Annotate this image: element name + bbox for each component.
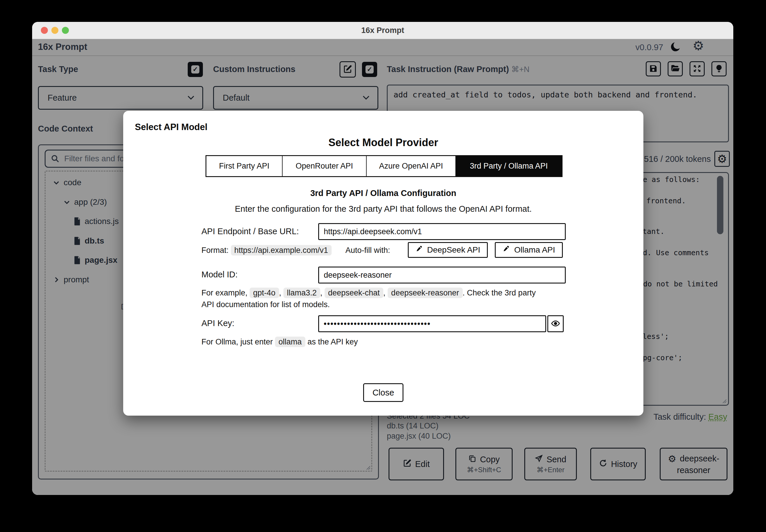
- eye-icon: [551, 319, 560, 329]
- reveal-api-key-button[interactable]: [547, 315, 564, 332]
- format-hint: Format: https://api.example.com/v1 Auto-…: [202, 244, 390, 256]
- autofill-deepseek-label: DeepSeek API: [427, 245, 480, 255]
- pen-icon: [415, 245, 423, 255]
- api-key-label: API Key:: [202, 319, 235, 328]
- api-key-value: ••••••••••••••••••••••••••••••••: [324, 319, 431, 328]
- hint-text: For example,: [202, 288, 250, 297]
- config-section-title: 3rd Party API / Ollama Configuration: [123, 188, 643, 198]
- ollama-api-key-hint: For Ollma, just enter ollama as the API …: [202, 336, 537, 348]
- dialog-title: Select API Model: [135, 122, 208, 132]
- model-id-value: deepseek-reasoner: [324, 271, 392, 280]
- code-chip: llama3.2: [284, 288, 320, 298]
- tab-3rd-party-ollama-api[interactable]: 3rd Party / Ollama API: [456, 156, 562, 176]
- autofill-deepseek-button[interactable]: DeepSeek API: [408, 242, 488, 258]
- code-chip: gpt-4o: [250, 288, 279, 298]
- tab-first-party-api[interactable]: First Party API: [207, 156, 283, 176]
- select-api-model-dialog: Select API Model Select Model Provider F…: [123, 111, 643, 416]
- model-examples-text: For example, gpt-4o, llama3.2, deepseek-…: [202, 287, 537, 310]
- tab-openrouter-api[interactable]: OpenRouter API: [283, 156, 367, 176]
- provider-heading: Select Model Provider: [123, 137, 643, 149]
- titlebar: 16x Prompt: [32, 22, 733, 39]
- endpoint-value: https://api.deepseek.com/v1: [324, 227, 422, 236]
- code-chip: ollama: [275, 337, 305, 347]
- model-id-label: Model ID:: [202, 270, 238, 279]
- endpoint-label: API Endpoint / Base URL:: [202, 227, 299, 236]
- pen-icon: [502, 245, 510, 255]
- code-chip: deepseek-chat: [325, 288, 383, 298]
- model-id-input[interactable]: deepseek-reasoner: [318, 267, 566, 283]
- tab-azure-openai-api[interactable]: Azure OpenAI API: [367, 156, 456, 176]
- code-chip: deepseek-reasoner: [388, 288, 463, 298]
- app-window: 16x Prompt 16x Prompt v0.0.97 ⚙ Task Typ…: [32, 22, 733, 495]
- autofill-label: Auto-fill with:: [345, 246, 390, 255]
- close-dialog-button[interactable]: Close: [363, 383, 403, 402]
- provider-tabs: First Party APIOpenRouter APIAzure OpenA…: [206, 155, 562, 177]
- app-content: 16x Prompt v0.0.97 ⚙ Task Type ✓ Feature…: [32, 39, 733, 495]
- api-key-input[interactable]: ••••••••••••••••••••••••••••••••: [318, 315, 546, 332]
- hint-text: ,: [320, 288, 325, 297]
- hint-text: ,: [383, 288, 388, 297]
- endpoint-input[interactable]: https://api.deepseek.com/v1: [318, 223, 566, 240]
- format-label: Format:: [202, 246, 229, 255]
- hint-text: ,: [279, 288, 284, 297]
- autofill-ollama-button[interactable]: Ollama API: [495, 242, 563, 258]
- format-example-code: https://api.example.com/v1: [231, 245, 332, 255]
- config-section-desc: Enter the configuration for the 3rd part…: [123, 204, 643, 214]
- window-title: 16x Prompt: [32, 22, 733, 39]
- hint-text: For Ollma, just enter: [202, 337, 275, 346]
- hint-text: as the API key: [305, 337, 358, 346]
- autofill-ollama-label: Ollama API: [514, 245, 555, 255]
